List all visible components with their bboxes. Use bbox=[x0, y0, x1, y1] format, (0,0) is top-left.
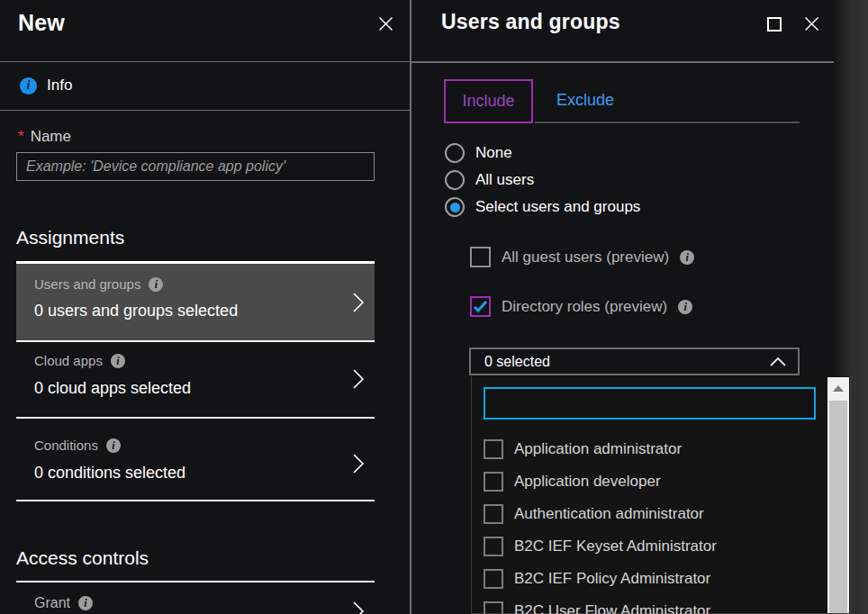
role-option-label: B2C IEF Keyset Administrator bbox=[514, 537, 717, 555]
role-option-authentication-administrator[interactable]: Authentication administrator bbox=[484, 504, 704, 524]
triangle-up-icon bbox=[833, 385, 844, 392]
checkbox-box bbox=[470, 296, 491, 317]
check-icon bbox=[473, 300, 488, 313]
checkbox-box bbox=[484, 472, 503, 492]
radio-circle bbox=[445, 197, 465, 217]
blade-new-policy: New i Info *Name Assignments Users and g… bbox=[0, 0, 410, 614]
chevron-right-icon bbox=[351, 291, 366, 314]
info-icon[interactable]: i bbox=[680, 250, 694, 265]
info-icon[interactable]: i bbox=[678, 300, 692, 314]
role-option-label: B2C IEF Policy Administrator bbox=[514, 570, 710, 588]
assignment-value: 0 conditions selected bbox=[34, 464, 185, 483]
divider bbox=[0, 110, 410, 111]
role-option-label: B2C User Flow Administrator bbox=[514, 602, 710, 614]
checkbox-label: Directory roles (preview) bbox=[502, 298, 667, 316]
radio-label: Select users and groups bbox=[475, 198, 640, 216]
access-control-grant[interactable]: Grant i bbox=[16, 587, 375, 614]
azure-portal-screen: New i Info *Name Assignments Users and g… bbox=[0, 0, 868, 614]
tab-exclude-label: Exclude bbox=[556, 91, 614, 109]
assignment-label: Cloud apps bbox=[34, 353, 103, 368]
roles-dropdown[interactable]: 0 selected bbox=[469, 348, 800, 375]
role-option-label: Application developer bbox=[514, 473, 661, 491]
checkbox-label: All guest users (preview) bbox=[502, 248, 669, 266]
roles-dropdown-panel: Application administrator Application de… bbox=[471, 376, 851, 614]
checkbox-box bbox=[470, 247, 491, 267]
scroll-up-button[interactable] bbox=[827, 377, 849, 399]
assignment-value: 0 users and groups selected bbox=[34, 302, 238, 321]
radio-circle bbox=[445, 143, 465, 163]
role-option-application-developer[interactable]: Application developer bbox=[484, 472, 661, 492]
chevron-right-icon bbox=[351, 600, 366, 614]
checkbox-box bbox=[484, 439, 503, 459]
role-option-b2c-ief-keyset-administrator[interactable]: B2C IEF Keyset Administrator bbox=[484, 537, 717, 556]
maximize-icon[interactable] bbox=[767, 17, 782, 32]
divider bbox=[411, 61, 834, 63]
required-marker: * bbox=[18, 128, 24, 145]
assignment-label: Users and groups bbox=[34, 276, 140, 292]
divider bbox=[16, 417, 375, 419]
assignment-cloud-apps[interactable]: Cloud apps i 0 cloud apps selected bbox=[16, 344, 375, 416]
radio-circle bbox=[445, 170, 465, 190]
blade-title-users-groups: Users and groups bbox=[441, 10, 620, 34]
roles-search-input[interactable] bbox=[484, 387, 816, 420]
radio-select-users-groups[interactable]: Select users and groups bbox=[445, 197, 640, 217]
roles-dropdown-value: 0 selected bbox=[484, 354, 769, 370]
radio-all-users[interactable]: All users bbox=[445, 170, 534, 190]
info-icon[interactable]: i bbox=[106, 438, 121, 453]
role-option-label: Application administrator bbox=[514, 440, 682, 458]
tab-include-label: Include bbox=[462, 92, 514, 111]
assignment-users-and-groups[interactable]: Users and groups i 0 users and groups se… bbox=[16, 261, 375, 342]
role-option-label: Authentication administrator bbox=[514, 505, 704, 523]
assignment-conditions[interactable]: Conditions i 0 conditions selected bbox=[16, 427, 375, 499]
divider bbox=[16, 581, 375, 582]
assignments-heading: Assignments bbox=[16, 227, 124, 248]
checkbox-box bbox=[484, 601, 503, 614]
tab-exclude[interactable]: Exclude bbox=[556, 91, 614, 110]
divider bbox=[0, 61, 410, 62]
info-icon[interactable]: i bbox=[111, 354, 125, 368]
radio-label: All users bbox=[475, 171, 534, 189]
radio-label: None bbox=[475, 144, 512, 162]
blade-title-new: New bbox=[18, 10, 65, 36]
assignment-value: 0 cloud apps selected bbox=[34, 379, 191, 398]
role-option-b2c-user-flow-administrator[interactable]: B2C User Flow Administrator bbox=[484, 601, 710, 614]
name-field-label: *Name bbox=[18, 128, 71, 146]
close-icon[interactable] bbox=[802, 14, 821, 33]
policy-name-input[interactable] bbox=[16, 152, 375, 181]
info-banner[interactable]: i Info bbox=[20, 77, 72, 95]
info-icon[interactable]: i bbox=[149, 277, 163, 292]
checkbox-box bbox=[484, 504, 503, 524]
info-banner-label: Info bbox=[47, 77, 72, 95]
chevron-up-icon bbox=[769, 357, 787, 367]
close-icon[interactable] bbox=[376, 14, 395, 33]
grant-label: Grant bbox=[34, 595, 70, 611]
scrollbar[interactable] bbox=[827, 377, 849, 613]
info-icon: i bbox=[20, 77, 37, 95]
scrollbar-thumb[interactable] bbox=[829, 401, 847, 613]
checkbox-box bbox=[484, 537, 503, 556]
assignment-label: Conditions bbox=[34, 438, 98, 453]
radio-none[interactable]: None bbox=[445, 143, 512, 163]
tab-underline bbox=[535, 122, 800, 123]
info-icon[interactable]: i bbox=[78, 596, 93, 610]
access-controls-heading: Access controls bbox=[16, 547, 149, 569]
checkbox-box bbox=[484, 569, 503, 589]
tab-include[interactable]: Include bbox=[444, 79, 533, 123]
divider bbox=[16, 500, 375, 501]
checkbox-all-guest-users[interactable]: All guest users (preview) i bbox=[470, 247, 694, 267]
role-option-application-administrator[interactable]: Application administrator bbox=[484, 439, 682, 459]
chevron-right-icon bbox=[351, 367, 366, 391]
role-option-b2c-ief-policy-administrator[interactable]: B2C IEF Policy Administrator bbox=[484, 569, 710, 589]
checkbox-directory-roles[interactable]: Directory roles (preview) i bbox=[470, 296, 692, 317]
chevron-right-icon bbox=[351, 452, 366, 475]
